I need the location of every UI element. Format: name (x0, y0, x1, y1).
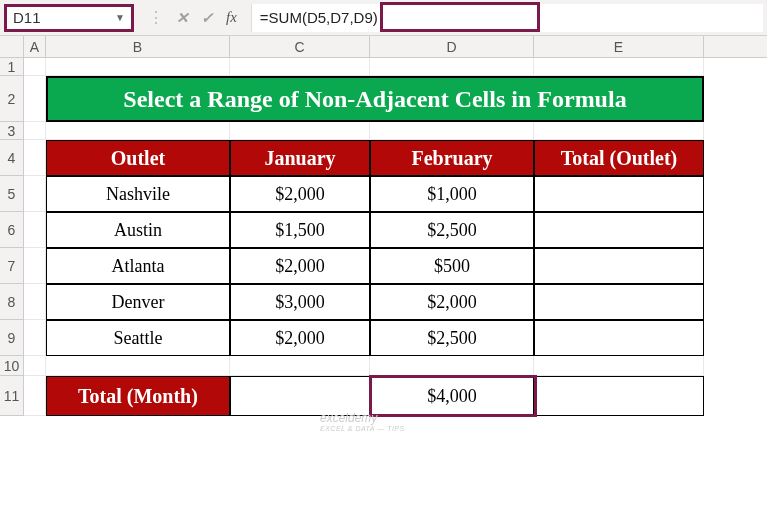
row-11: 11 Total (Month) $4,000 (0, 376, 767, 416)
row-header[interactable]: 10 (0, 356, 24, 376)
column-headers: A B C D E (0, 36, 767, 58)
cell[interactable] (24, 140, 46, 176)
row-header[interactable]: 11 (0, 376, 24, 416)
col-header-b[interactable]: B (46, 36, 230, 57)
table-row: 7 Atlanta $2,000 $500 (0, 248, 767, 284)
row-2: 2 Select a Range of Non-Adjacent Cells i… (0, 76, 767, 122)
cell[interactable] (24, 122, 46, 140)
spreadsheet-grid: A B C D E 1 2 Select a Range of Non-Adja… (0, 36, 767, 416)
formula-input[interactable]: =SUM(D5,D7,D9) (251, 4, 763, 32)
row-header[interactable]: 6 (0, 212, 24, 248)
cell-total[interactable] (534, 320, 704, 356)
formula-bar: D11 ▼ ⋮ ✕ ✓ fx =SUM(D5,D7,D9) (0, 0, 767, 36)
row-header[interactable]: 2 (0, 76, 24, 122)
cell-outlet[interactable]: Seattle (46, 320, 230, 356)
cell-outlet[interactable]: Nashvile (46, 176, 230, 212)
cell-feb[interactable]: $1,000 (370, 176, 534, 212)
cell[interactable] (46, 122, 230, 140)
cell-outlet[interactable]: Denver (46, 284, 230, 320)
row-header[interactable]: 9 (0, 320, 24, 356)
row-header[interactable]: 8 (0, 284, 24, 320)
vertical-grip-icon: ⋮ (148, 8, 164, 27)
formula-bar-controls: ⋮ ✕ ✓ fx (134, 8, 251, 27)
row-1: 1 (0, 58, 767, 76)
cell-feb[interactable]: $2,500 (370, 212, 534, 248)
cell[interactable] (534, 58, 704, 76)
total-month-label[interactable]: Total (Month) (46, 376, 230, 416)
cell[interactable] (370, 356, 534, 376)
table-row: 8 Denver $3,000 $2,000 (0, 284, 767, 320)
name-box[interactable]: D11 ▼ (4, 4, 134, 32)
total-month-e[interactable] (534, 376, 704, 416)
cell-total[interactable] (534, 284, 704, 320)
row-10: 10 (0, 356, 767, 376)
fx-icon[interactable]: fx (226, 9, 237, 26)
cell[interactable] (24, 376, 46, 416)
cell-feb[interactable]: $2,500 (370, 320, 534, 356)
name-box-value: D11 (13, 9, 41, 26)
cell-jan[interactable]: $2,000 (230, 320, 370, 356)
cell-jan[interactable]: $2,000 (230, 176, 370, 212)
formula-text: =SUM(D5,D7,D9) (260, 9, 378, 26)
cell[interactable] (24, 58, 46, 76)
row-3: 3 (0, 122, 767, 140)
cell[interactable] (230, 122, 370, 140)
table-row: 5 Nashvile $2,000 $1,000 (0, 176, 767, 212)
total-month-c[interactable] (230, 376, 370, 416)
cell[interactable] (370, 58, 534, 76)
row-header[interactable]: 1 (0, 58, 24, 76)
col-header-a[interactable]: A (24, 36, 46, 57)
table-row: 6 Austin $1,500 $2,500 (0, 212, 767, 248)
row-header[interactable]: 5 (0, 176, 24, 212)
watermark-sub: EXCEL & DATA — TIPS (320, 425, 405, 433)
cancel-icon[interactable]: ✕ (176, 9, 189, 27)
row-4: 4 Outlet January February Total (Outlet) (0, 140, 767, 176)
row-header[interactable]: 3 (0, 122, 24, 140)
title-merged-cell[interactable]: Select a Range of Non-Adjacent Cells in … (46, 76, 704, 122)
cell-jan[interactable]: $1,500 (230, 212, 370, 248)
cell[interactable] (370, 122, 534, 140)
cell-feb[interactable]: $2,000 (370, 284, 534, 320)
cell[interactable] (24, 212, 46, 248)
cell[interactable] (46, 58, 230, 76)
confirm-icon[interactable]: ✓ (201, 9, 214, 27)
cell[interactable] (534, 122, 704, 140)
table-row: 9 Seattle $2,000 $2,500 (0, 320, 767, 356)
cell[interactable] (46, 356, 230, 376)
cell-jan[interactable]: $3,000 (230, 284, 370, 320)
header-february[interactable]: February (370, 140, 534, 176)
cell[interactable] (534, 356, 704, 376)
cell[interactable] (24, 320, 46, 356)
cell-total[interactable] (534, 212, 704, 248)
cell-total[interactable] (534, 248, 704, 284)
header-total-outlet[interactable]: Total (Outlet) (534, 140, 704, 176)
cell[interactable] (24, 76, 46, 122)
header-january[interactable]: January (230, 140, 370, 176)
dropdown-icon[interactable]: ▼ (115, 12, 125, 23)
col-header-e[interactable]: E (534, 36, 704, 57)
cell[interactable] (24, 248, 46, 284)
cell-feb[interactable]: $500 (370, 248, 534, 284)
header-outlet[interactable]: Outlet (46, 140, 230, 176)
col-header-c[interactable]: C (230, 36, 370, 57)
cell-total[interactable] (534, 176, 704, 212)
cell[interactable] (24, 176, 46, 212)
cell-jan[interactable]: $2,000 (230, 248, 370, 284)
cell-outlet[interactable]: Atlanta (46, 248, 230, 284)
select-all-corner[interactable] (0, 36, 24, 57)
cell-outlet[interactable]: Austin (46, 212, 230, 248)
cell[interactable] (230, 58, 370, 76)
row-header[interactable]: 7 (0, 248, 24, 284)
cell[interactable] (24, 284, 46, 320)
cell[interactable] (24, 356, 46, 376)
row-header[interactable]: 4 (0, 140, 24, 176)
total-month-d[interactable]: $4,000 (370, 376, 534, 416)
cell[interactable] (230, 356, 370, 376)
col-header-d[interactable]: D (370, 36, 534, 57)
